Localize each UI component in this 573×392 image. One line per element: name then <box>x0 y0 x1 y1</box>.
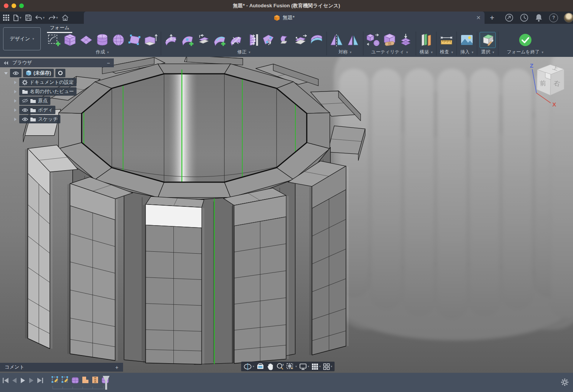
orbit-button[interactable]: ▾ <box>243 362 255 371</box>
group-label-select[interactable]: 選択 ▾ <box>481 49 494 55</box>
timeline-sketch-feature-1[interactable] <box>51 376 59 384</box>
undo-button[interactable]: ▾ <box>35 14 46 21</box>
window-zoom-button[interactable]: ▾ <box>286 362 297 371</box>
timeline-stitch-feature[interactable] <box>91 376 99 384</box>
flatten-button[interactable] <box>244 32 260 48</box>
step-forward-button[interactable] <box>28 377 34 384</box>
display-settings-button[interactable]: ▾ <box>299 363 310 370</box>
select-tool-button[interactable] <box>480 32 496 48</box>
root-visibility-toggle[interactable] <box>10 69 22 77</box>
collapse-panel-icon[interactable] <box>4 61 8 65</box>
convert-button[interactable] <box>366 32 381 48</box>
display-mode-button[interactable] <box>398 32 413 48</box>
browser-item-named-views[interactable]: 名前の付いたビュー <box>0 87 114 96</box>
help-button[interactable]: ? <box>548 13 559 23</box>
home-button[interactable] <box>61 14 69 22</box>
browser-root-row[interactable]: (未保存) <box>0 69 114 77</box>
browser-item-bodies[interactable]: ボディ <box>0 106 114 114</box>
user-avatar[interactable] <box>564 13 573 23</box>
create-face-button[interactable] <box>127 32 142 48</box>
group-label-symmetry[interactable]: 対称 ▾ <box>338 49 351 55</box>
unweld-edges-button[interactable] <box>196 32 211 48</box>
group-label-inspect[interactable]: 検査 ▾ <box>440 49 453 55</box>
create-quadball-button[interactable] <box>111 32 126 48</box>
save-button[interactable] <box>25 14 32 22</box>
redo-icon <box>48 15 55 20</box>
group-label-finish-form[interactable]: フォームを終了 ▾ <box>507 49 543 55</box>
view-cube[interactable]: Z X 上 前 右 <box>526 58 569 110</box>
document-tab[interactable]: 無題* ✕ <box>84 12 485 24</box>
new-tab-button[interactable]: + <box>490 13 494 22</box>
timeline-settings-button[interactable] <box>560 378 569 387</box>
notifications-button[interactable] <box>534 13 543 23</box>
create-box-button[interactable] <box>62 32 78 48</box>
group-label-create[interactable]: 作成 ▾ <box>96 49 109 55</box>
grid-settings-button[interactable]: ▾ <box>311 363 321 370</box>
zoom-button[interactable]: ± <box>276 362 284 371</box>
crease-button[interactable] <box>293 32 308 48</box>
chevron-down-icon[interactable] <box>3 70 8 76</box>
play-button[interactable] <box>20 377 26 384</box>
convert-icon <box>366 33 381 47</box>
pan-button[interactable] <box>266 362 274 371</box>
repair-body-button[interactable] <box>382 32 397 48</box>
timeline-face-feature[interactable] <box>81 376 89 384</box>
viewports-button[interactable]: ▾ <box>323 363 333 370</box>
create-extrude-button[interactable] <box>143 32 158 48</box>
chevron-right-icon[interactable] <box>12 89 18 94</box>
mirror-internal-button[interactable] <box>329 32 345 48</box>
chevron-right-icon[interactable] <box>12 107 18 113</box>
eye-icon[interactable] <box>22 108 28 112</box>
eye-icon[interactable] <box>22 117 28 121</box>
browser-minimize-button[interactable]: − <box>107 60 110 66</box>
timeline-form-feature-1[interactable] <box>71 376 79 384</box>
look-at-button[interactable] <box>256 363 265 370</box>
redo-button[interactable]: ▾ <box>48 14 59 21</box>
app-grid-button[interactable] <box>2 14 10 22</box>
browser-item-document-settings[interactable]: ドキュメントの設定 <box>0 78 114 86</box>
group-label-insert[interactable]: 挿入 ▾ <box>460 49 473 55</box>
comments-bar[interactable]: コメント + <box>0 363 123 372</box>
root-document-item[interactable]: (未保存) <box>23 69 54 77</box>
construct-plane-button[interactable] <box>418 32 434 48</box>
close-tab-button[interactable]: ✕ <box>476 15 481 21</box>
job-status-button[interactable] <box>519 13 529 23</box>
create-cylinder-button[interactable] <box>95 32 110 48</box>
edit-form-button[interactable] <box>163 32 179 48</box>
chevron-right-icon[interactable] <box>12 80 18 85</box>
create-sketch-button[interactable] <box>46 32 62 48</box>
insert-edge-button[interactable] <box>212 32 227 48</box>
extensions-button[interactable] <box>504 13 514 23</box>
chevron-right-icon[interactable] <box>12 98 18 103</box>
subdivide-button[interactable] <box>228 32 243 48</box>
timeline-playhead[interactable] <box>102 376 110 391</box>
create-plane-button[interactable] <box>78 32 94 48</box>
group-label-utility[interactable]: ユーティリティ ▾ <box>371 49 408 55</box>
ribbon-group-utility: ユーティリティ ▾ <box>363 32 416 55</box>
finish-form-button[interactable] <box>518 32 533 48</box>
subdivide-icon <box>228 33 243 47</box>
group-label-modify[interactable]: 修正 ▾ <box>237 49 250 55</box>
file-menu-button[interactable]: ▾ <box>12 14 22 22</box>
viewport[interactable]: Z X 上 前 右 ブラウザ − <box>0 57 573 373</box>
browser-item-origin[interactable]: 原点 <box>0 96 114 105</box>
go-to-end-button[interactable] <box>37 377 43 384</box>
add-comment-button[interactable]: + <box>115 364 118 370</box>
chevron-right-icon[interactable] <box>12 116 18 122</box>
timeline-sketch-feature-2[interactable] <box>61 376 69 384</box>
step-back-button[interactable] <box>12 377 17 384</box>
workspace-switcher[interactable]: デザイン ▾ <box>3 27 41 50</box>
browser-item-sketches[interactable]: スケッチ <box>0 115 114 123</box>
weld-vertices-button[interactable] <box>260 32 276 48</box>
item-label: 原点 <box>38 98 48 104</box>
group-label-construct[interactable]: 構築 ▾ <box>420 49 433 55</box>
eye-off-icon[interactable] <box>22 98 28 103</box>
insert-canvas-button[interactable] <box>459 32 475 48</box>
in-place-edit-icon[interactable] <box>55 69 65 77</box>
measure-button[interactable] <box>439 32 454 48</box>
insert-point-button[interactable] <box>180 32 195 48</box>
mirror-duplicate-button[interactable] <box>345 32 361 48</box>
go-to-start-button[interactable] <box>2 377 9 384</box>
thicken-button[interactable] <box>309 32 324 48</box>
bridge-button[interactable] <box>277 32 292 48</box>
